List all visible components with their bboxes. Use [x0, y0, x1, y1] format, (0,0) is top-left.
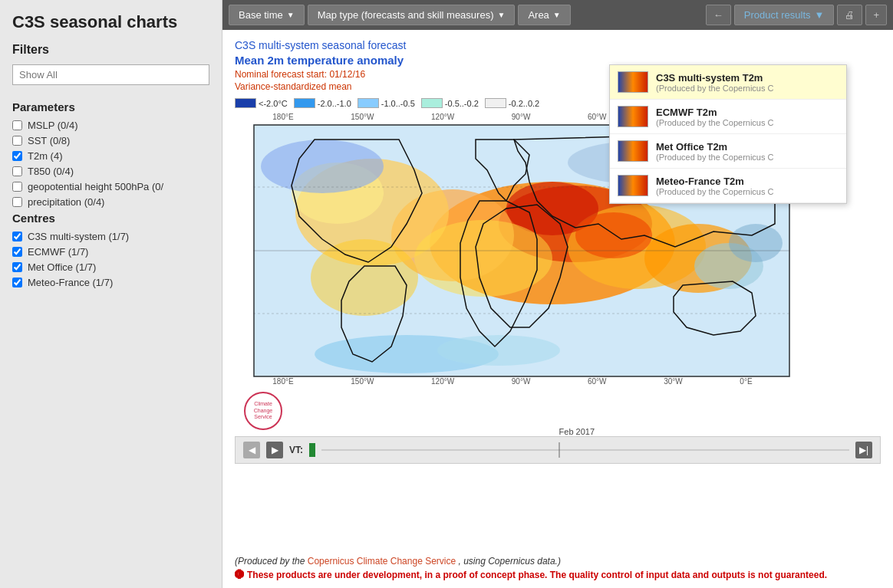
parameter-checkbox-precip[interactable]: [12, 197, 22, 207]
legend-item-0: <-2.0°C: [235, 98, 288, 108]
main-content: Base time ▼ Map type (forecasts and skil…: [222, 0, 893, 588]
centre-checkbox-metoffice[interactable]: [12, 262, 22, 272]
svg-point-16: [437, 335, 560, 366]
timeline-date-label: Feb 2017: [559, 427, 595, 436]
dropdown-item-text-0: C3S multi-system T2m(Produced by the Cop…: [656, 72, 773, 93]
x-labels-bottom-label-2: 120°W: [431, 377, 454, 386]
centres-title: Centres: [12, 212, 209, 225]
timeline-date-marker: [559, 442, 559, 458]
legend-item-4: -0.2..0.2: [485, 98, 539, 108]
x-labels-top-label-0: 180°E: [272, 113, 293, 121]
centre-item-metoffice: Met Office (1/7): [12, 261, 209, 273]
legend-color-4: [485, 98, 506, 108]
parameter-label-t2m: T2m (4): [28, 150, 63, 162]
x-labels-bottom-label-6: 0°E: [740, 377, 752, 386]
toolbar: Base time ▼ Map type (forecasts and skil…: [222, 0, 893, 30]
dropdown-item-2[interactable]: Met Office T2m(Produced by the Copernicu…: [610, 134, 846, 169]
centre-checkbox-ecmwf[interactable]: [12, 247, 22, 257]
area-label: Area: [528, 9, 549, 21]
product-results-button[interactable]: Product results ▼: [734, 5, 835, 25]
legend-label-2: -1.0..-0.5: [381, 99, 415, 108]
parameter-label-t850: T850 (0/4): [28, 166, 74, 177]
parameter-checkbox-sst[interactable]: [12, 136, 22, 146]
timeline-line: [321, 449, 849, 451]
chart-title1: C3S multi-system seasonal forecast: [235, 39, 881, 51]
parameter-checkbox-t2m[interactable]: [12, 151, 22, 161]
dropdown-thumb-3: [618, 175, 648, 196]
parameter-label-sst: SST (0/8): [28, 135, 70, 146]
dropdown-item-subtitle-2: (Produced by the Copernicus C: [656, 153, 773, 162]
x-labels-bottom-label-3: 90°W: [512, 377, 531, 386]
dropdown-item-subtitle-3: (Produced by the Copernicus C: [656, 187, 773, 196]
base-time-button[interactable]: Base time ▼: [229, 5, 305, 25]
search-input[interactable]: [12, 64, 209, 85]
parameter-checkbox-geo500[interactable]: [12, 182, 22, 192]
base-time-arrow-icon: ▼: [287, 11, 295, 19]
area-arrow-icon: ▼: [553, 11, 561, 19]
dropdown-item-text-1: ECMWF T2m(Produced by the Copernicus C: [656, 107, 773, 127]
footer-produced-line: (Produced by the Copernicus Climate Chan…: [235, 556, 881, 567]
parameter-item-mslp: MSLP (0/4): [12, 120, 209, 131]
centre-checkbox-meteofrance[interactable]: [12, 278, 22, 287]
centre-item-ecmwf: ECMWF (1/7): [12, 246, 209, 258]
dropdown-item-title-2: Met Office T2m: [656, 141, 773, 153]
map-type-button[interactable]: Map type (forecasts and skill measures) …: [308, 5, 516, 25]
timeline-next-button[interactable]: ▶: [266, 442, 283, 458]
parameters-list: MSLP (0/4)SST (0/8)T2m (4)T850 (0/4)geop…: [12, 120, 209, 208]
dropdown-item-text-2: Met Office T2m(Produced by the Copernicu…: [656, 141, 773, 162]
footer-text1: (Produced by the: [235, 556, 308, 567]
dropdown-thumb-1: [618, 106, 648, 127]
parameter-label-geo500: geopotential height 500hPa (0/: [28, 181, 163, 192]
copernicus-link[interactable]: Copernicus Climate Change Service: [308, 556, 456, 567]
svg-point-8: [261, 140, 384, 193]
parameter-label-precip: precipitation (0/4): [28, 196, 104, 208]
x-labels-bottom-label-1: 150°W: [351, 377, 374, 386]
legend-color-2: [358, 98, 379, 108]
dropdown-item-subtitle-0: (Produced by the Copernicus C: [656, 84, 773, 93]
dropdown-item-1[interactable]: ECMWF T2m(Produced by the Copernicus C: [610, 100, 846, 134]
centre-label-metoffice: Met Office (1/7): [28, 261, 96, 273]
dropdown-thumb-2: [618, 140, 648, 162]
centre-checkbox-c3s[interactable]: [12, 232, 22, 241]
centre-label-meteofrance: Meteo-France (1/7): [28, 277, 113, 288]
parameter-label-mslp: MSLP (0/4): [28, 120, 78, 131]
x-labels-top-label-3: 90°W: [512, 113, 531, 121]
logo-text: ClimateChangeService: [254, 401, 273, 420]
parameter-item-sst: SST (0/8): [12, 135, 209, 146]
parameter-item-geo500: geopotential height 500hPa (0/: [12, 181, 209, 192]
dropdown-item-0[interactable]: C3S multi-system T2m(Produced by the Cop…: [610, 65, 846, 100]
footer-text2: , using Copernicus data.): [459, 556, 561, 567]
centres-list: C3S multi-system (1/7)ECMWF (1/7)Met Off…: [12, 231, 209, 288]
area-button[interactable]: Area ▼: [518, 5, 570, 25]
dropdown-item-title-3: Meteo-France T2m: [656, 176, 773, 187]
page-title: C3S seasonal charts: [12, 12, 209, 32]
timeline-end-button[interactable]: ▶|: [855, 442, 872, 458]
x-labels-top-label-4: 60°W: [588, 113, 607, 121]
map-type-arrow-icon: ▼: [497, 11, 505, 19]
legend-label-1: -2.0..-1.0: [318, 99, 351, 108]
parameters-title: Parameters: [12, 100, 209, 113]
x-labels-top-label-1: 150°W: [351, 113, 374, 121]
product-results-arrow-icon: ▼: [815, 9, 825, 21]
warning-icon: ⓿: [235, 570, 244, 580]
map-x-labels-bottom: 180°E150°W120°W90°W60°W30°W0°E: [244, 377, 781, 386]
dropdown-item-3[interactable]: Meteo-France T2m(Produced by the Coperni…: [610, 169, 846, 203]
back-button[interactable]: ←: [706, 5, 731, 25]
legend-label-4: -0.2..0.2: [509, 99, 539, 108]
x-labels-bottom-label-0: 180°E: [272, 377, 293, 386]
dropdown-item-subtitle-1: (Produced by the Copernicus C: [656, 118, 773, 127]
chart-area: C3S multi-system T2m(Produced by the Cop…: [222, 30, 893, 548]
parameter-checkbox-t850[interactable]: [12, 166, 22, 176]
logo-area: ClimateChangeService: [244, 392, 881, 430]
sidebar: C3S seasonal charts Filters Parameters M…: [0, 0, 222, 588]
product-results-dropdown: C3S multi-system T2m(Produced by the Cop…: [609, 64, 847, 204]
parameter-checkbox-mslp[interactable]: [12, 120, 22, 130]
timeline-prev-button[interactable]: ◀: [243, 442, 260, 458]
map-type-label: Map type (forecasts and skill measures): [318, 9, 494, 21]
add-button[interactable]: +: [865, 5, 887, 25]
print-button[interactable]: 🖨: [837, 5, 862, 25]
timeline-track[interactable]: Feb 2017: [321, 442, 849, 458]
parameter-item-precip: precipitation (0/4): [12, 196, 209, 208]
legend-color-0: [235, 98, 256, 108]
svg-point-13: [575, 212, 652, 258]
